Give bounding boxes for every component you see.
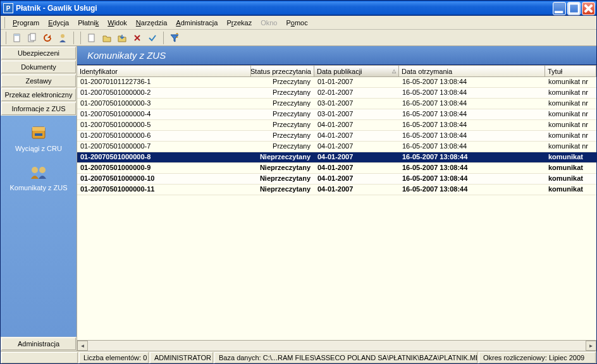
table-row[interactable]: 01-20070501000000-3Przeczytany03-01-2007… [77,99,596,109]
cell-status: Przeczytany [251,99,314,109]
toolbar-filter-icon[interactable] [168,31,182,45]
menu-pomoc[interactable]: Pomoc [282,18,311,28]
toolbar-delete-icon[interactable] [130,31,144,45]
table-row[interactable]: 01-20070101122736-1Przeczytany01-01-2007… [77,77,596,88]
horizontal-scrollbar[interactable]: ◄ ► [77,340,596,351]
menu-platnik[interactable]: Płatnik [74,18,102,28]
cell-status: Przeczytany [251,109,314,119]
komunikaty-icon[interactable] [28,161,49,181]
toolbar-import-icon[interactable] [115,31,129,45]
sidebar-komunikaty-label[interactable]: Komunikaty z ZUS [9,184,67,191]
scroll-right-button[interactable]: ► [586,341,596,351]
wyciagi-icon[interactable] [28,122,49,142]
toolbar-refresh-icon[interactable] [40,31,54,45]
menu-okno: Okno [257,18,281,28]
sidebar-dokumenty[interactable]: Dokumenty [1,61,76,73]
svg-point-12 [39,167,46,173]
table-row[interactable]: 01-20070501000000-8Nieprzeczytany04-01-2… [77,152,596,163]
cell-id: 01-20070501000000-11 [77,185,251,195]
main-pane: Komunikaty z ZUS Identyfikator Status pr… [77,46,596,351]
cell-title: komunikat nr [545,77,596,87]
cell-pub: 04-01-2007 [314,163,399,173]
sidebar-navpane: Wyciągi z CRU Komunikaty z ZUS [1,116,77,337]
sort-asc-icon: △ [392,68,396,74]
cell-recv: 16-05-2007 13:08:44 [399,131,545,141]
sidebar-wyciagi-label[interactable]: Wyciągi z CRU [15,145,62,152]
menu-narzedzia[interactable]: Narzędzia [132,18,171,28]
col-data-publikacji[interactable]: Data publikacji△ [314,66,399,76]
scroll-track[interactable] [88,341,586,351]
table-row[interactable]: 01-20070501000000-6Przeczytany04-01-2007… [77,131,596,142]
cell-id: 01-20070501000000-9 [77,163,251,173]
cell-recv: 16-05-2007 13:08:44 [399,77,545,87]
minimize-button[interactable] [553,2,566,15]
sidebar-administracja[interactable]: Administracja [1,337,76,350]
menu-przekaz[interactable]: Przekaz [223,18,255,28]
toolbar-check-icon[interactable] [145,31,159,45]
cell-pub: 02-01-2007 [314,88,399,98]
status-user: ADMINISTRATOR [150,352,213,363]
cell-id: 01-20070501000000-4 [77,109,251,119]
svg-rect-7 [89,34,94,42]
cell-pub: 04-01-2007 [314,152,399,162]
menu-edycja[interactable]: Edycja [44,18,73,28]
cell-pub: 04-01-2007 [314,142,399,152]
table-row[interactable]: 01-20070501000000-5Przeczytany04-01-2007… [77,120,596,131]
sidebar-informacje[interactable]: Informacje z ZUS [1,102,76,115]
table-row[interactable]: 01-20070501000000-10Nieprzeczytany04-01-… [77,174,596,185]
cell-id: 01-20070501000000-10 [77,174,251,184]
cell-status: Przeczytany [251,142,314,152]
cell-recv: 16-05-2007 13:08:44 [399,88,545,98]
cell-title: komunikat [545,163,596,173]
table-row[interactable]: 01-20070501000000-11Nieprzeczytany04-01-… [77,185,596,195]
toolbar-person-icon[interactable] [56,31,70,45]
table-row[interactable]: 01-20070501000000-7Przeczytany04-01-2007… [77,142,596,152]
svg-point-6 [61,34,65,38]
cell-title: komunikat [545,152,596,162]
sidebar-zestawy[interactable]: Zestawy [1,75,76,87]
data-grid[interactable]: Identyfikator Status przeczytania Data p… [77,65,596,351]
cell-title: komunikat nr [545,120,596,130]
status-count: Liczba elementów: 0 [79,352,149,363]
col-tytul[interactable]: Tytuł [545,66,596,76]
menu-widok[interactable]: Widok [104,18,131,28]
cell-pub: 01-01-2007 [314,77,399,87]
toolbar-doc1-icon[interactable] [10,31,24,45]
col-identyfikator[interactable]: Identyfikator [77,66,251,76]
close-button[interactable] [582,2,595,15]
app-icon: P [3,3,13,13]
col-data-otrzymania[interactable]: Data otrzymania [399,66,545,76]
cell-pub: 03-01-2007 [314,99,399,109]
cell-status: Nieprzeczytany [251,152,314,162]
sidebar-ubezpieczeni[interactable]: Ubezpieczeni [1,47,76,59]
maximize-button[interactable] [567,2,581,15]
table-row[interactable]: 01-20070501000000-4Przeczytany03-01-2007… [77,109,596,120]
cell-pub: 04-01-2007 [314,185,399,195]
toolbar-doc2-icon[interactable] [25,31,39,45]
table-row[interactable]: 01-20070501000000-2Przeczytany02-01-2007… [77,88,596,99]
col-status[interactable]: Status przeczytania [251,66,314,76]
cell-status: Przeczytany [251,120,314,130]
cell-recv: 16-05-2007 13:08:44 [399,99,545,109]
app-window: P Płatnik - Gawlik Usługi Program Edycja… [0,0,597,364]
table-row[interactable]: 01-20070501000000-9Nieprzeczytany04-01-2… [77,163,596,174]
toolbar-new-icon[interactable] [85,31,99,45]
svg-rect-5 [30,33,35,40]
cell-recv: 16-05-2007 13:08:44 [399,185,545,195]
svg-rect-9 [32,127,45,131]
menu-administracja[interactable]: Administracja [172,18,221,28]
toolbar-open-icon[interactable] [100,31,114,45]
menu-program[interactable]: Program [9,18,43,28]
cell-id: 01-20070501000000-7 [77,142,251,152]
scroll-left-button[interactable]: ◄ [77,341,88,351]
svg-point-11 [32,167,38,173]
toolbar [1,30,596,46]
svg-rect-1 [569,3,579,13]
menubar: Program Edycja Płatnik Widok Narzędzia A… [1,16,596,30]
cell-title: komunikat [545,185,596,195]
cell-title: komunikat nr [545,131,596,141]
svg-rect-10 [35,133,42,136]
sidebar-przekaz[interactable]: Przekaz elektroniczny [1,88,76,101]
cell-id: 01-20070501000000-5 [77,120,251,130]
cell-pub: 04-01-2007 [314,131,399,141]
